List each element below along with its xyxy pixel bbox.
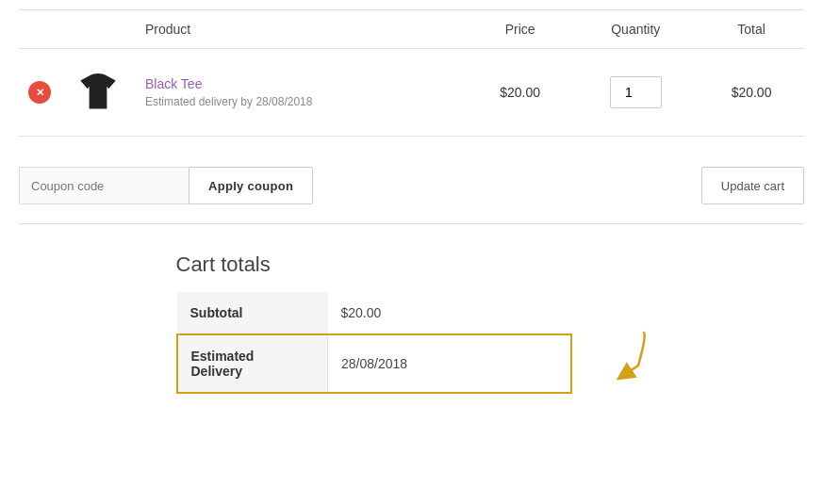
cart-totals-title: Cart totals [176,252,572,277]
col-total-header: Total [699,10,804,49]
quantity-cell [573,49,700,137]
totals-table: Subtotal $20.00 EstimatedDelivery 28/08/… [176,292,572,394]
subtotal-label: Subtotal [177,292,328,334]
col-image-header [60,10,136,49]
product-info-cell: Black Tee Estimated delivery by 28/08/20… [136,49,468,137]
subtotal-row: Subtotal $20.00 [177,292,571,334]
quantity-input[interactable] [610,76,662,108]
product-delivery: Estimated delivery by 28/08/2018 [145,95,458,108]
price-cell: $20.00 [468,49,573,137]
estimated-delivery-label: EstimatedDelivery [177,334,328,393]
totals-wrapper: Cart totals Subtotal $20.00 EstimatedDel… [176,252,648,394]
apply-coupon-button[interactable]: Apply coupon [189,167,313,204]
product-total: $20.00 [732,85,772,100]
cart-table: Product Price Quantity Total [19,9,804,137]
coupon-input[interactable] [19,167,189,204]
cart-totals-section: Cart totals Subtotal $20.00 EstimatedDel… [19,252,804,394]
product-image [70,64,126,121]
page-wrapper: Product Price Quantity Total [0,0,823,403]
product-price: $20.00 [500,85,540,100]
product-image-cell [60,49,136,137]
estimated-delivery-value: 28/08/2018 [328,334,571,393]
estimated-delivery-row: EstimatedDelivery 28/08/2018 [177,334,571,393]
coupon-row: Apply coupon Update cart [19,155,804,224]
subtotal-value: $20.00 [328,292,571,334]
col-product-header: Product [136,10,468,49]
col-price-header: Price [468,10,573,49]
col-quantity-header: Quantity [573,10,700,49]
annotation-arrow [582,328,657,384]
remove-item-button[interactable] [28,81,51,104]
remove-cell [19,49,60,137]
update-cart-button[interactable]: Update cart [701,167,804,204]
product-name: Black Tee [145,76,458,91]
table-row: Black Tee Estimated delivery by 28/08/20… [19,49,804,137]
coupon-form: Apply coupon [19,167,313,204]
tshirt-icon [74,69,122,116]
col-remove-header [19,10,60,49]
total-cell: $20.00 [699,49,804,137]
